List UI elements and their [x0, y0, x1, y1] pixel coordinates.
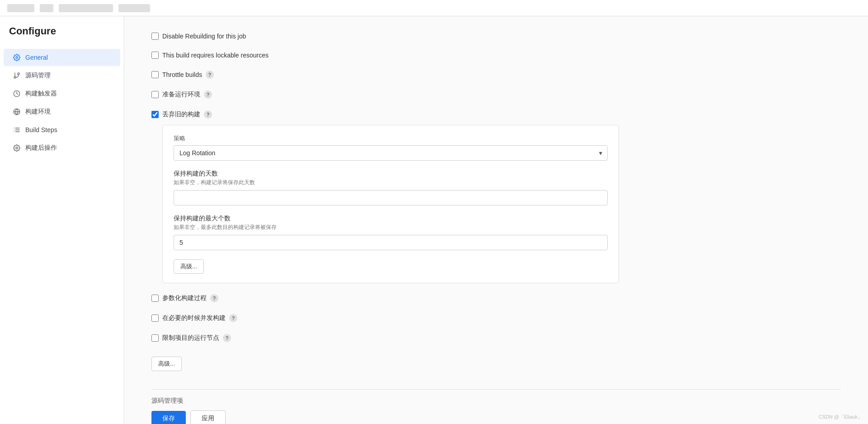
gear-icon — [13, 53, 21, 62]
strategy-select-wrapper: Log Rotation Circular Buffer ▾ — [174, 145, 608, 161]
discard-section: 策略 Log Rotation Circular Buffer ▾ 保持构建的天… — [162, 125, 619, 283]
footer-buttons: 保存 应用 — [151, 410, 841, 424]
sidebar-item-triggers-label: 构建触发器 — [25, 90, 57, 98]
quiet-period-label: 准备运行环境 — [162, 91, 200, 99]
strategy-select[interactable]: Log Rotation Circular Buffer — [174, 145, 608, 161]
footer-label: 源码管理项 — [151, 397, 841, 405]
lockable-resources-label: This build requires lockable resources — [162, 52, 269, 59]
main-content: Disable Rebuilding for this job This bui… — [124, 16, 868, 424]
discard-old-help-icon[interactable]: ? — [204, 110, 212, 119]
keep-days-title: 保持构建的天数 — [174, 170, 608, 178]
restrict-node-help-icon[interactable]: ? — [223, 334, 231, 342]
throttle-builds-label: Throttle builds — [162, 71, 202, 78]
keep-days-hint: 如果非空，构建记录将保存此天数 — [174, 179, 608, 186]
svg-point-0 — [16, 57, 18, 58]
apply-button[interactable]: 应用 — [190, 410, 226, 424]
disable-rebuild-row: Disable Rebuilding for this job — [151, 30, 841, 43]
discard-old-row: 丢弃旧的构建 ? — [151, 108, 841, 121]
restrict-node-label: 限制项目的运行节点 — [162, 334, 219, 342]
sidebar-item-source[interactable]: 源码管理 — [4, 67, 120, 84]
throttle-builds-row: Throttle builds ? — [151, 68, 841, 81]
gear-small-icon — [13, 144, 21, 152]
keep-days-input[interactable] — [174, 190, 608, 205]
quiet-period-row: 准备运行环境 ? — [151, 88, 841, 101]
strategy-label: 策略 — [174, 134, 608, 143]
parameterize-label: 参数化构建过程 — [162, 294, 207, 302]
sidebar-item-source-label: 源码管理 — [25, 71, 51, 80]
restrict-node-row: 限制项目的运行节点 ? — [151, 331, 841, 345]
top-bar-item-3 — [59, 4, 113, 12]
save-button[interactable]: 保存 — [151, 411, 186, 424]
concurrent-checkbox[interactable] — [151, 314, 159, 322]
parameterize-row: 参数化构建过程 ? — [151, 291, 841, 305]
advanced-inner-button[interactable]: 高级... — [174, 259, 204, 274]
keep-max-input[interactable] — [174, 235, 608, 250]
sidebar-item-general[interactable]: General — [4, 49, 120, 66]
keep-max-hint: 如果非空，最多此数目的构建记录将被保存 — [174, 224, 608, 231]
layout: Configure General 源码管理 — [0, 16, 868, 424]
parameterize-checkbox[interactable] — [151, 295, 159, 302]
disable-rebuild-checkbox[interactable] — [151, 33, 159, 40]
keep-days-group: 保持构建的天数 如果非空，构建记录将保存此天数 — [174, 170, 608, 205]
sidebar-item-triggers[interactable]: 构建触发器 — [4, 85, 120, 102]
quiet-period-help-icon[interactable]: ? — [204, 91, 212, 99]
throttle-builds-help-icon[interactable]: ? — [206, 71, 214, 79]
advanced-outer-wrapper: 高级... — [151, 351, 841, 371]
sidebar-item-env[interactable]: 构建环境 — [4, 103, 120, 120]
list-icon — [13, 126, 21, 134]
concurrent-row: 在必要的时候并发构建 ? — [151, 311, 841, 325]
globe-icon — [13, 108, 21, 116]
restrict-node-checkbox[interactable] — [151, 334, 159, 342]
discard-old-label: 丢弃旧的构建 — [162, 110, 200, 119]
concurrent-help-icon[interactable]: ? — [229, 314, 237, 322]
quiet-period-checkbox[interactable] — [151, 91, 159, 98]
sidebar-item-build-steps-label: Build Steps — [25, 126, 57, 133]
sidebar-item-env-label: 构建环境 — [25, 108, 51, 116]
branch-icon — [13, 71, 21, 80]
disable-rebuild-label: Disable Rebuilding for this job — [162, 33, 246, 40]
lockable-resources-checkbox[interactable] — [151, 52, 159, 59]
lockable-resources-row: This build requires lockable resources — [151, 49, 841, 62]
watermark: CSDN @「Eliauk」 — [819, 414, 863, 420]
advanced-outer-button[interactable]: 高级... — [151, 357, 182, 371]
svg-point-13 — [16, 147, 18, 149]
keep-max-group: 保持构建的最大个数 如果非空，最多此数目的构建记录将被保存 — [174, 214, 608, 250]
clock-icon — [13, 90, 21, 98]
sidebar-item-build-steps[interactable]: Build Steps — [4, 121, 120, 138]
sidebar-item-general-label: General — [25, 54, 48, 61]
top-bar-item-2 — [40, 4, 53, 12]
parameterize-help-icon[interactable]: ? — [210, 294, 218, 302]
sidebar-item-post-build[interactable]: 构建后操作 — [4, 139, 120, 157]
footer-section: 源码管理项 保存 应用 — [151, 389, 841, 424]
throttle-builds-checkbox[interactable] — [151, 71, 159, 78]
discard-old-checkbox[interactable] — [151, 111, 159, 118]
top-bar-item-4 — [118, 4, 150, 12]
top-bar-item-1 — [7, 4, 34, 12]
sidebar-title: Configure — [0, 25, 124, 48]
top-bar — [0, 0, 868, 16]
concurrent-label: 在必要的时候并发构建 — [162, 314, 226, 322]
sidebar-item-post-build-label: 构建后操作 — [25, 144, 57, 152]
sidebar: Configure General 源码管理 — [0, 16, 124, 424]
keep-max-title: 保持构建的最大个数 — [174, 214, 608, 223]
